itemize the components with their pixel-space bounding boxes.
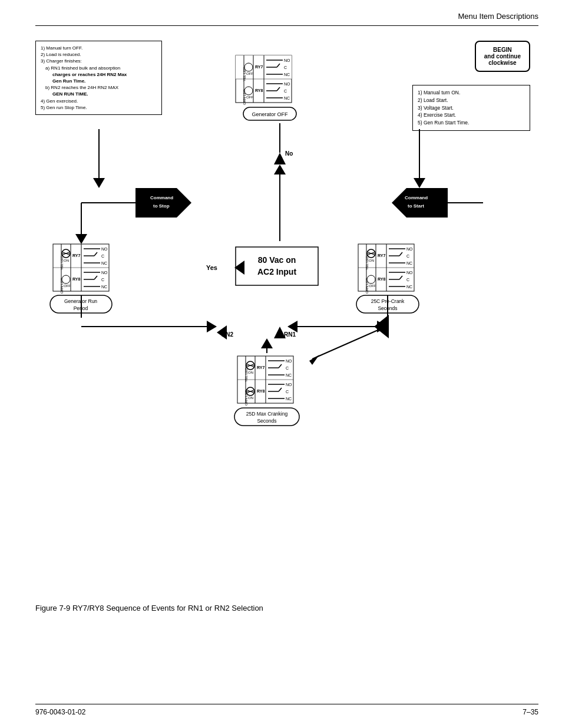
svg-text:RN2: RN2: [222, 331, 233, 338]
svg-text:NO: NO: [286, 383, 292, 387]
svg-text:Yes: Yes: [206, 264, 217, 271]
svg-text:ON: ON: [248, 396, 253, 400]
svg-text:to Stop: to Stop: [153, 203, 170, 209]
svg-text:ON: ON: [369, 259, 374, 262]
svg-text:C: C: [406, 254, 409, 258]
svg-text:25D Max Cranking: 25D Max Cranking: [246, 411, 288, 417]
svg-text:C: C: [101, 278, 104, 282]
svg-text:YEL LED: YEL LED: [244, 367, 248, 382]
svg-marker-45: [414, 178, 425, 188]
svg-rect-118: [236, 247, 318, 285]
svg-text:RY7: RY7: [72, 253, 80, 258]
svg-text:NC: NC: [101, 261, 107, 265]
svg-text:NO: NO: [284, 82, 290, 86]
svg-text:OFF: OFF: [246, 72, 253, 75]
svg-point-5: [244, 63, 253, 71]
svg-text:RY8: RY8: [255, 88, 263, 93]
svg-text:C: C: [284, 89, 287, 93]
svg-text:C: C: [406, 278, 409, 282]
svg-text:NO: NO: [101, 247, 108, 251]
svg-text:No: No: [285, 150, 293, 157]
svg-text:NC: NC: [284, 96, 290, 100]
diagram-area: BEGIN and continue clockwise 1) Manual t…: [35, 38, 542, 598]
header-title: Menu Item Descriptions: [458, 12, 538, 21]
svg-text:RY8: RY8: [378, 277, 385, 281]
svg-line-183: [312, 327, 386, 359]
svg-text:Command: Command: [405, 195, 428, 200]
svg-marker-180: [261, 338, 273, 348]
svg-text:NC: NC: [286, 373, 292, 377]
svg-text:C: C: [101, 254, 104, 258]
diagram-svg: YEL LED OFF RY7 NO C: [35, 38, 542, 598]
figure-text: RY7/RY8 Sequence of Events for RN1 or RN…: [72, 604, 263, 612]
svg-text:RY8: RY8: [257, 389, 265, 393]
svg-text:NC: NC: [101, 285, 107, 289]
page-header: Menu Item Descriptions: [35, 12, 538, 26]
page-container: Menu Item Descriptions BEGIN and continu…: [0, 0, 562, 728]
svg-text:YEL LED: YEL LED: [365, 255, 369, 270]
figure-label: Figure 7-9: [35, 604, 70, 612]
svg-marker-39: [392, 188, 448, 218]
figure-caption: Figure 7-9 RY7/RY8 Sequence of Events fo…: [35, 604, 538, 612]
footer-left: 976-0043-01-02: [35, 708, 85, 716]
svg-text:RY7: RY7: [378, 253, 385, 258]
svg-marker-130: [75, 234, 87, 244]
footer-right: 7–35: [523, 708, 538, 716]
svg-text:Generator OFF: Generator OFF: [252, 111, 288, 117]
svg-text:NO: NO: [406, 247, 413, 251]
svg-text:Command: Command: [150, 195, 173, 200]
svg-text:NC: NC: [406, 261, 412, 265]
svg-text:RY7: RY7: [255, 65, 263, 69]
svg-text:C: C: [286, 390, 289, 394]
svg-text:ON: ON: [64, 259, 69, 262]
svg-text:OFF: OFF: [369, 284, 376, 288]
svg-text:RY8: RY8: [72, 277, 80, 281]
svg-marker-36: [135, 188, 191, 218]
svg-text:NO: NO: [406, 271, 413, 275]
svg-text:OFF: OFF: [64, 284, 71, 288]
svg-point-67: [62, 275, 70, 284]
svg-text:ON: ON: [248, 371, 253, 374]
svg-marker-133: [274, 164, 286, 174]
svg-text:to Start: to Start: [408, 203, 424, 209]
svg-point-103: [367, 275, 375, 284]
svg-text:NC: NC: [406, 285, 412, 289]
svg-marker-139: [287, 321, 297, 332]
svg-text:NO: NO: [286, 359, 292, 363]
svg-point-19: [244, 87, 253, 95]
svg-text:NO: NO: [101, 271, 108, 275]
svg-text:OFF: OFF: [246, 95, 253, 99]
svg-marker-33: [274, 153, 286, 164]
svg-text:RN1: RN1: [284, 331, 296, 338]
svg-text:AC2 Input: AC2 Input: [257, 267, 296, 276]
page-footer: 976-0043-01-02 7–35: [35, 704, 538, 716]
svg-text:Seconds: Seconds: [257, 418, 276, 424]
svg-marker-184: [309, 355, 319, 365]
svg-text:YEL LED: YEL LED: [60, 255, 64, 270]
svg-text:NC: NC: [284, 73, 290, 77]
svg-marker-43: [93, 178, 105, 188]
svg-marker-136: [207, 321, 217, 332]
svg-text:C: C: [284, 65, 287, 70]
svg-text:NC: NC: [286, 397, 292, 401]
svg-text:RY7: RY7: [257, 365, 265, 370]
svg-text:80 Vac on: 80 Vac on: [258, 255, 296, 265]
svg-text:NO: NO: [284, 58, 290, 62]
svg-text:C: C: [286, 366, 289, 370]
